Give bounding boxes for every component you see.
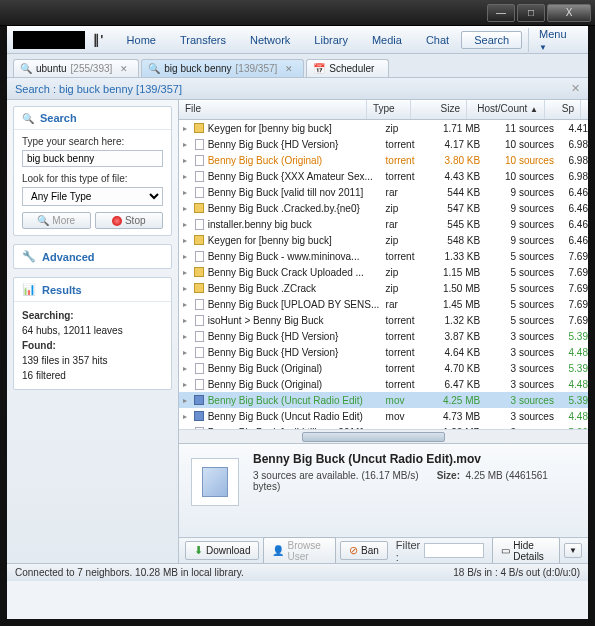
- doc-icon: [192, 154, 205, 166]
- table-row[interactable]: ▸Benny Big Buck .Cracked.by.{ne0}zip547 …: [179, 200, 588, 216]
- search-panel-header[interactable]: 🔍Search: [14, 107, 171, 130]
- tab-2[interactable]: 📅Scheduler: [306, 59, 389, 77]
- filetype-select[interactable]: Any File Type: [22, 187, 163, 206]
- table-row[interactable]: ▸Keygen for [benny big buck]zip1.71 MB11…: [179, 120, 588, 136]
- expand-icon[interactable]: ▸: [183, 396, 192, 405]
- table-row[interactable]: ▸Benny Big Buck (Original)torrent6.47 KB…: [179, 376, 588, 392]
- table-row[interactable]: ▸Benny Big Buck [valid till nov 2011]rar…: [179, 184, 588, 200]
- nav-transfers[interactable]: Transfers: [168, 34, 238, 46]
- col-file[interactable]: File: [179, 100, 367, 119]
- col-type[interactable]: Type: [367, 100, 411, 119]
- expand-icon[interactable]: ▸: [183, 172, 192, 181]
- expand-icon[interactable]: ▸: [183, 156, 192, 165]
- main-navbar: ∥' Home Transfers Network Library Media …: [7, 26, 588, 54]
- file-host: 3 sources: [480, 379, 554, 390]
- tab-0[interactable]: 🔍ubuntu [255/393]✕: [13, 59, 139, 77]
- file-host: 3 sources: [480, 411, 554, 422]
- minimize-button[interactable]: —: [487, 4, 515, 22]
- expand-icon[interactable]: ▸: [183, 204, 192, 213]
- table-row[interactable]: ▸Benny Big Buck {HD Version}torrent4.17 …: [179, 136, 588, 152]
- maximize-button[interactable]: □: [517, 4, 545, 22]
- expand-icon[interactable]: ▸: [183, 236, 192, 245]
- table-row[interactable]: ▸Benny Big Buck (Uncut Radio Edit)mov4.2…: [179, 392, 588, 408]
- expand-icon[interactable]: ▸: [183, 284, 192, 293]
- file-host: 9 sources: [480, 187, 554, 198]
- results-panel-header[interactable]: 📊Results: [14, 278, 171, 302]
- hide-details-button[interactable]: ▭Hide Details: [492, 537, 560, 564]
- table-row[interactable]: ▸Benny Big Buck (Original)torrent3.80 KB…: [179, 152, 588, 168]
- more-details-button[interactable]: ▼: [564, 543, 582, 558]
- expand-icon[interactable]: ▸: [183, 316, 192, 325]
- nav-network[interactable]: Network: [238, 34, 302, 46]
- horizontal-scrollbar[interactable]: [179, 429, 588, 443]
- file-name: Keygen for [benny big buck]: [208, 123, 386, 134]
- expand-icon[interactable]: ▸: [183, 348, 192, 357]
- search-icon: 🔍: [22, 113, 34, 124]
- doc-icon: [192, 362, 205, 374]
- close-button[interactable]: X: [547, 4, 591, 22]
- file-type: torrent: [386, 315, 428, 326]
- tab-bar: 🔍ubuntu [255/393]✕🔍big buck benny [139/3…: [7, 54, 588, 78]
- table-row[interactable]: ▸Benny Big Buck [UPLOAD BY SENS...rar1.4…: [179, 296, 588, 312]
- table-row[interactable]: ▸Keygen for [benny big buck]zip548 KB9 s…: [179, 232, 588, 248]
- more-button[interactable]: 🔍More: [22, 212, 91, 229]
- file-type: torrent: [386, 379, 428, 390]
- expand-icon[interactable]: ▸: [183, 412, 192, 421]
- table-row[interactable]: ▸isoHunt > Benny Big Bucktorrent1.32 KB5…: [179, 312, 588, 328]
- file-sp: 7.69: [554, 315, 588, 326]
- expand-icon[interactable]: ▸: [183, 124, 192, 133]
- table-row[interactable]: ▸Benny Big Buck (Original)torrent4.70 KB…: [179, 360, 588, 376]
- nav-chat[interactable]: Chat: [414, 34, 461, 46]
- table-row[interactable]: ▸Benny Big Buck .ZCrackzip1.50 MB5 sourc…: [179, 280, 588, 296]
- stop-button[interactable]: Stop: [95, 212, 164, 229]
- file-list[interactable]: ▸Keygen for [benny big buck]zip1.71 MB11…: [179, 120, 588, 429]
- col-sp[interactable]: Sp: [545, 100, 581, 119]
- tab-1[interactable]: 🔍big buck benny [139/357]✕: [141, 59, 304, 77]
- doc-icon: [192, 378, 205, 390]
- file-name: installer.benny big buck: [208, 219, 386, 230]
- nav-home[interactable]: Home: [115, 34, 168, 46]
- table-row[interactable]: ▸Benny Big Buck - www.mininova...torrent…: [179, 248, 588, 264]
- table-row[interactable]: ▸Benny Big Buck {HD Version}torrent4.64 …: [179, 344, 588, 360]
- file-type: torrent: [386, 139, 428, 150]
- table-row[interactable]: ▸Benny Big Buck {HD Version}torrent3.87 …: [179, 328, 588, 344]
- scrollbar-thumb[interactable]: [302, 432, 445, 442]
- search-input[interactable]: [22, 150, 163, 167]
- search-title: Search : big buck benny [139/357]: [15, 83, 182, 95]
- ban-button[interactable]: ⊘Ban: [340, 541, 388, 560]
- file-host: 3 sources: [480, 363, 554, 374]
- close-tab-icon[interactable]: ✕: [120, 64, 128, 74]
- expand-icon[interactable]: ▸: [183, 140, 192, 149]
- details-pane: Benny Big Buck (Uncut Radio Edit).mov 3 …: [179, 443, 588, 537]
- table-row[interactable]: ▸installer.benny big buckrar545 KB9 sour…: [179, 216, 588, 232]
- expand-icon[interactable]: ▸: [183, 380, 192, 389]
- expand-icon[interactable]: ▸: [183, 268, 192, 277]
- nav-search[interactable]: Search: [461, 31, 522, 49]
- filter-input[interactable]: [424, 543, 484, 558]
- doc-icon: [192, 330, 205, 342]
- expand-icon[interactable]: ▸: [183, 364, 192, 373]
- expand-icon[interactable]: ▸: [183, 220, 192, 229]
- advanced-panel[interactable]: 🔧Advanced: [13, 244, 172, 269]
- nav-library[interactable]: Library: [302, 34, 360, 46]
- close-tab-icon[interactable]: ✕: [285, 64, 293, 74]
- expand-icon[interactable]: ▸: [183, 332, 192, 341]
- download-button[interactable]: ⬇Download: [185, 541, 259, 560]
- nav-menu[interactable]: Menu ▼: [528, 28, 582, 52]
- expand-icon[interactable]: ▸: [183, 300, 192, 309]
- col-host[interactable]: Host/Count ▲: [467, 100, 545, 119]
- table-row[interactable]: ▸Benny Big Buck (Uncut Radio Edit)mov4.7…: [179, 408, 588, 424]
- col-size[interactable]: Size: [411, 100, 467, 119]
- close-search-icon[interactable]: ✕: [571, 82, 580, 95]
- expand-icon[interactable]: ▸: [183, 188, 192, 197]
- main-area: 🔍Search Type your search here: Look for …: [7, 100, 588, 563]
- table-row[interactable]: ▸Benny Big Buck Crack Uploaded ...zip1.1…: [179, 264, 588, 280]
- nav-media[interactable]: Media: [360, 34, 414, 46]
- expand-icon[interactable]: ▸: [183, 252, 192, 261]
- file-name: Benny Big Buck (Original): [208, 363, 386, 374]
- table-row[interactable]: ▸Benny Big Buck {XXX Amateur Sex...torre…: [179, 168, 588, 184]
- file-host: 10 sources: [480, 139, 554, 150]
- file-sp: 4.41: [554, 123, 588, 134]
- file-size: 1.71 MB: [427, 123, 480, 134]
- file-name: Benny Big Buck (Uncut Radio Edit): [208, 395, 386, 406]
